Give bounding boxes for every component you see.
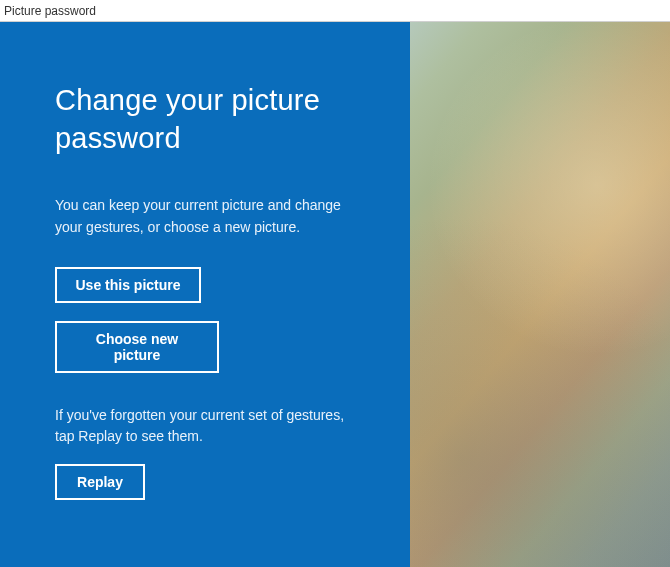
page-heading: Change your picture password (55, 82, 355, 157)
window-title: Picture password (4, 4, 96, 18)
forgot-gestures-text: If you've forgotten your current set of … (55, 405, 350, 448)
picture-preview (410, 22, 670, 567)
choose-new-picture-button[interactable]: Choose new picture (55, 321, 219, 373)
use-this-picture-button[interactable]: Use this picture (55, 267, 201, 303)
content-area: Change your picture password You can kee… (0, 22, 670, 567)
window-titlebar: Picture password (0, 0, 670, 22)
description-text: You can keep your current picture and ch… (55, 195, 350, 238)
replay-button[interactable]: Replay (55, 464, 145, 500)
instruction-panel: Change your picture password You can kee… (0, 22, 410, 567)
